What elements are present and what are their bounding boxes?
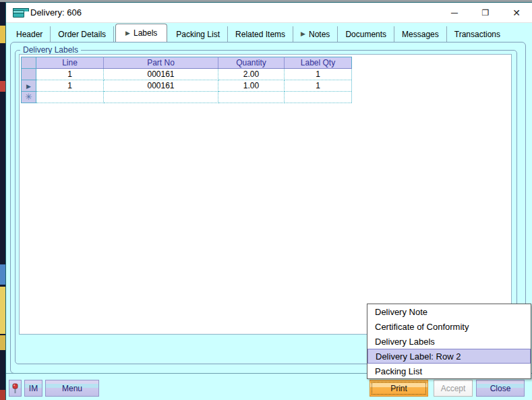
- delivery-labels-grid: Line Part No Quantity Label Qty 1 000161…: [21, 57, 352, 103]
- window-title: Delivery: 606: [30, 7, 82, 18]
- maximize-button[interactable]: ❐: [470, 3, 501, 22]
- cell-quantity[interactable]: 1.00: [218, 80, 285, 92]
- tab-notes[interactable]: ▶ Notes: [293, 26, 338, 42]
- im-button[interactable]: IM: [24, 380, 42, 397]
- cell-part-no[interactable]: 000161: [104, 80, 218, 92]
- tab-transactions[interactable]: Transactions: [447, 26, 508, 42]
- pushpin-icon: [11, 383, 19, 394]
- tab-related-items[interactable]: Related Items: [228, 26, 293, 42]
- menu-item-delivery-note[interactable]: Delivery Note: [367, 304, 531, 319]
- close-window-button[interactable]: ✕: [501, 3, 532, 22]
- labels-panel: Line Part No Quantity Label Qty 1 000161…: [19, 54, 512, 335]
- accept-button[interactable]: Accept: [434, 380, 473, 397]
- close-icon: ✕: [512, 7, 521, 18]
- print-context-menu: Delivery Note Certificate of Conformity …: [367, 304, 531, 379]
- cell-label-qty[interactable]: 1: [285, 80, 352, 92]
- cell-line-empty[interactable]: [36, 92, 104, 103]
- column-header-line[interactable]: Line: [36, 57, 104, 69]
- tab-header[interactable]: Header: [9, 26, 51, 42]
- pin-button[interactable]: [9, 380, 22, 397]
- tab-documents[interactable]: Documents: [338, 26, 394, 42]
- grid-corner-cell[interactable]: [22, 57, 36, 69]
- cell-quantity-empty[interactable]: [218, 92, 285, 103]
- delivery-window: Delivery: 606 ─ ❐ ✕ Header Order Details…: [5, 2, 532, 400]
- titlebar[interactable]: Delivery: 606 ─ ❐ ✕: [6, 3, 532, 23]
- menu-item-delivery-label-row-2[interactable]: Delivery Label: Row 2: [367, 349, 531, 364]
- delivery-folder-icon: [13, 8, 25, 18]
- grid-header-row: Line Part No Quantity Label Qty: [22, 57, 352, 69]
- menu-button[interactable]: Menu: [45, 380, 99, 397]
- tab-strip: Header Order Details ▶ Labels Packing Li…: [6, 23, 532, 42]
- row-selector-current[interactable]: ▶: [22, 80, 36, 92]
- table-row[interactable]: ▶ 1 000161 1.00 1: [22, 80, 352, 92]
- cell-quantity[interactable]: 2.00: [218, 69, 285, 80]
- menu-item-packing-list[interactable]: Packing List: [367, 364, 531, 378]
- tab-packing-list[interactable]: Packing List: [169, 26, 228, 42]
- screen: Delivery: 606 ─ ❐ ✕ Header Order Details…: [0, 0, 532, 400]
- print-button[interactable]: Print: [370, 380, 428, 397]
- table-row[interactable]: 1 000161 2.00 1: [22, 69, 352, 80]
- cell-part-no[interactable]: 000161: [104, 69, 218, 80]
- new-row-selector[interactable]: ✳: [22, 92, 36, 103]
- minimize-button[interactable]: ─: [439, 3, 470, 22]
- tab-order-details[interactable]: Order Details: [51, 26, 114, 42]
- row-selector[interactable]: [22, 69, 36, 80]
- tab-labels[interactable]: ▶ Labels: [115, 24, 167, 42]
- groupbox-title: Delivery Labels: [20, 45, 81, 55]
- cell-part-no-empty[interactable]: [104, 92, 218, 103]
- cell-line[interactable]: 1: [36, 69, 104, 80]
- column-header-quantity[interactable]: Quantity: [218, 57, 285, 69]
- maximize-icon: ❐: [482, 8, 490, 18]
- cell-line[interactable]: 1: [36, 80, 104, 92]
- minimize-icon: ─: [451, 7, 458, 18]
- column-header-part-no[interactable]: Part No: [104, 57, 218, 69]
- play-icon: ▶: [125, 30, 130, 36]
- menu-item-certificate-of-conformity[interactable]: Certificate of Conformity: [367, 319, 531, 334]
- table-row-new[interactable]: ✳: [22, 92, 352, 103]
- tab-messages[interactable]: Messages: [394, 26, 447, 42]
- play-icon: ▶: [301, 31, 305, 37]
- current-row-arrow-icon: ▶: [26, 83, 31, 90]
- cell-label-qty-empty[interactable]: [285, 92, 352, 103]
- cell-label-qty[interactable]: 1: [285, 69, 352, 80]
- new-row-icon: ✳: [25, 92, 32, 102]
- close-button[interactable]: Close: [476, 380, 525, 397]
- column-header-label-qty[interactable]: Label Qty: [285, 57, 352, 69]
- menu-item-delivery-labels[interactable]: Delivery Labels: [367, 334, 531, 349]
